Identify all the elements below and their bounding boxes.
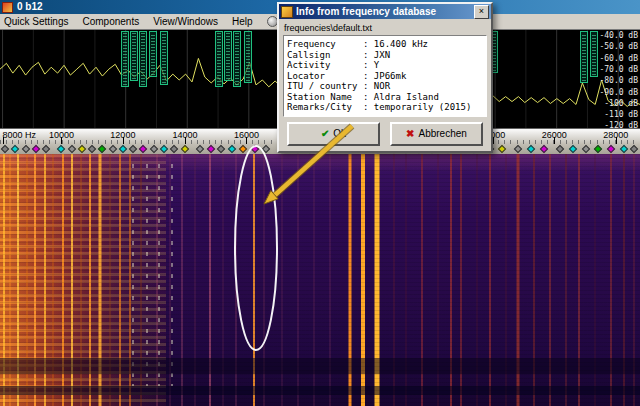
frequency-marker-diamond[interactable] (217, 144, 225, 152)
db-field-label: Locator (287, 71, 363, 82)
db-field-row: Locator: JP66mk (287, 71, 483, 82)
major-tick (3, 137, 4, 144)
frequency-marker-diamond[interactable] (250, 144, 258, 152)
station-marker[interactable] (580, 31, 588, 83)
major-tick (123, 137, 124, 144)
db-field-value: : Aldra Island (363, 92, 439, 102)
db-scale-label: -50.0 dB (599, 43, 638, 51)
station-marker[interactable] (130, 31, 138, 81)
dialog-icon (281, 6, 293, 18)
frequency-marker-diamond[interactable] (160, 144, 168, 152)
menu-item-view-windows[interactable]: View/Windows (153, 16, 218, 27)
menu-item-quick-settings[interactable]: Quick Settings (4, 16, 68, 27)
db-field-label: Remarks/City (287, 102, 363, 113)
check-icon: ✔ (321, 128, 329, 139)
frequency-marker-diamond[interactable] (569, 144, 577, 152)
db-scale-label: -40.0 dB (599, 32, 638, 40)
major-tick (246, 137, 247, 144)
db-field-label: Activity (287, 60, 363, 71)
ok-button[interactable]: ✔ Ok (287, 122, 380, 146)
frequency-marker-diamond[interactable] (98, 144, 106, 152)
waterfall-display[interactable] (0, 154, 640, 406)
db-field-value: : NOR (363, 81, 390, 91)
station-marker[interactable] (121, 31, 129, 87)
indicator-button[interactable] (267, 16, 278, 27)
db-field-label: Frequency (287, 39, 363, 50)
database-file-label: frequencies\default.txt (284, 23, 487, 33)
frequency-marker-diamond[interactable] (498, 144, 506, 152)
major-tick (185, 137, 186, 144)
station-marker[interactable] (244, 31, 252, 83)
frequency-marker-diamond[interactable] (149, 144, 157, 152)
app-window: 0 b12 Quick SettingsComponentsView/Windo… (0, 0, 640, 406)
db-field-label: ITU / country (287, 81, 363, 92)
menu-item-components[interactable]: Components (82, 16, 139, 27)
frequency-marker-diamond[interactable] (108, 144, 116, 152)
db-scale-label: -110 dB (604, 111, 638, 119)
frequency-marker-diamond[interactable] (88, 144, 96, 152)
db-field-value: : JP66mk (363, 71, 406, 81)
station-marker[interactable] (139, 31, 147, 87)
db-scale-label: -100 dB (604, 100, 638, 108)
app-icon (2, 2, 13, 13)
major-tick (616, 137, 617, 144)
frequency-marker-diamond[interactable] (1, 144, 9, 152)
station-marker[interactable] (233, 31, 241, 87)
frequency-marker-diamond[interactable] (514, 144, 522, 152)
frequency-marker-diamond[interactable] (78, 144, 86, 152)
frequency-marker-diamond[interactable] (195, 144, 203, 152)
frequency-marker-diamond[interactable] (629, 144, 637, 152)
window-title: 0 b12 (17, 0, 43, 14)
ok-button-label: Ok (333, 128, 346, 139)
frequency-marker-diamond[interactable] (540, 144, 548, 152)
db-scale-label: -70.0 dB (599, 66, 638, 74)
frequency-info-box: Frequency: 16.400 kHzCallsign: JXNActivi… (283, 35, 487, 117)
frequency-marker-diamond[interactable] (170, 144, 178, 152)
frequency-marker-diamond[interactable] (42, 144, 50, 152)
frequency-marker-diamond[interactable] (556, 144, 564, 152)
major-tick (61, 137, 62, 144)
frequency-marker-diamond[interactable] (594, 144, 602, 152)
frequency-marker-diamond[interactable] (207, 144, 215, 152)
close-icon[interactable]: × (474, 5, 489, 19)
frequency-marker-diamond[interactable] (527, 144, 535, 152)
db-field-value: : 16.400 kHz (363, 39, 428, 49)
db-field-row: Remarks/City: temporarily (2015) (287, 102, 483, 113)
menu-item-help[interactable]: Help (232, 16, 253, 27)
frequency-marker-diamond[interactable] (261, 144, 269, 152)
db-field-value: : JXN (363, 50, 390, 60)
frequency-marker-diamond[interactable] (239, 144, 247, 152)
frequency-marker-diamond[interactable] (32, 144, 40, 152)
db-field-row: Callsign: JXN (287, 50, 483, 61)
dialog-buttons: ✔ Ok ✖ Abbrechen (283, 122, 487, 146)
station-marker[interactable] (590, 31, 598, 77)
frequency-marker-diamond[interactable] (129, 144, 137, 152)
station-marker[interactable] (224, 31, 232, 81)
station-marker[interactable] (149, 31, 157, 77)
cancel-button[interactable]: ✖ Abbrechen (390, 122, 483, 146)
db-field-label: Callsign (287, 50, 363, 61)
db-scale-label: -80.0 dB (599, 77, 638, 85)
frequency-marker-diamond[interactable] (581, 144, 589, 152)
db-field-row: Frequency: 16.400 kHz (287, 39, 483, 50)
db-field-row: ITU / country: NOR (287, 81, 483, 92)
db-scale-label: -60.0 dB (599, 55, 638, 63)
cancel-button-label: Abbrechen (419, 128, 467, 139)
frequency-marker-diamond[interactable] (11, 144, 19, 152)
frequency-marker-diamond[interactable] (21, 144, 29, 152)
station-marker[interactable] (215, 31, 223, 87)
db-field-row: Activity: Y (287, 60, 483, 71)
frequency-marker-diamond[interactable] (181, 144, 189, 152)
frequency-marker-diamond[interactable] (119, 144, 127, 152)
frequency-marker-diamond[interactable] (67, 144, 75, 152)
frequency-marker-diamond[interactable] (620, 144, 628, 152)
station-marker[interactable] (160, 31, 168, 85)
db-field-row: Station Name: Aldra Island (287, 92, 483, 103)
frequency-marker-diamond[interactable] (227, 144, 235, 152)
frequency-marker-diamond[interactable] (139, 144, 147, 152)
frequency-marker-diamond[interactable] (607, 144, 615, 152)
db-field-value: : temporarily (2015) (363, 102, 471, 112)
dialog-titlebar[interactable]: Info from frequency database × (279, 4, 491, 19)
db-field-value: : Y (363, 60, 379, 70)
frequency-marker-diamond[interactable] (57, 144, 65, 152)
